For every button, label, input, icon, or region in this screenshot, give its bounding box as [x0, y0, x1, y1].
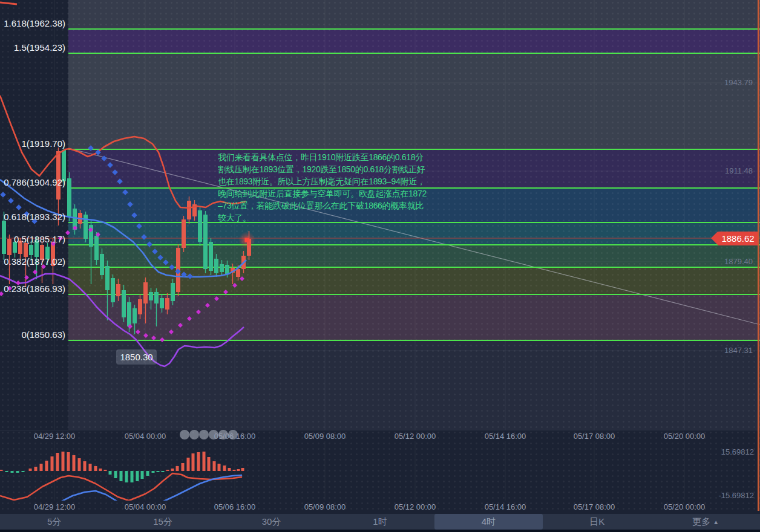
- price-label: 1879.40: [724, 257, 753, 266]
- macd-bar: [228, 468, 231, 471]
- candle: [56, 151, 61, 199]
- tab-timeframe-日K[interactable]: 日K: [543, 514, 651, 530]
- tab-timeframe-5分[interactable]: 5分: [0, 514, 108, 530]
- macd-bar: [213, 461, 216, 471]
- tab-timeframe-30分[interactable]: 30分: [217, 514, 326, 530]
- candle: [149, 292, 153, 300]
- macd-bar: [157, 471, 160, 472]
- macd-bar: [125, 471, 128, 482]
- macd-bar: [11, 471, 14, 473]
- tab-timeframe-15分[interactable]: 15分: [108, 514, 217, 530]
- sar-dot-blue: [107, 162, 113, 168]
- sar-dot-blue: [136, 223, 142, 229]
- macd-bar: [89, 464, 92, 471]
- macd-bar: [223, 465, 226, 471]
- time-label: 05/06 16:00: [214, 502, 256, 511]
- sar-dot-blue: [127, 201, 133, 207]
- candle: [29, 245, 33, 255]
- candle: [154, 292, 159, 303]
- candle: [171, 283, 175, 301]
- low-price-value: 1850.30: [120, 352, 152, 362]
- tab-label: 1时: [373, 516, 387, 528]
- fib-label: 0.382(1877.02): [0, 256, 65, 267]
- macd-bar: [114, 471, 117, 478]
- tab-timeframe-1时[interactable]: 1时: [326, 514, 434, 530]
- candle: [165, 298, 169, 310]
- candle: [198, 210, 202, 242]
- sar-dot-magenta: [65, 230, 70, 235]
- sar-dot-blue: [0, 192, 6, 198]
- candle: [111, 278, 115, 302]
- tab-timeframe-4时[interactable]: 4时: [434, 514, 543, 530]
- fib-label: 1(1919.70): [0, 138, 65, 149]
- candle: [143, 282, 148, 303]
- macd-bar: [237, 469, 240, 471]
- candle: [67, 178, 71, 216]
- candle: [84, 215, 88, 239]
- macd-bar: [152, 471, 155, 473]
- sar-dot-magenta: [187, 316, 192, 321]
- fib-label: 0.236(1866.93): [0, 284, 65, 294]
- time-label: 05/12 00:00: [395, 502, 436, 511]
- time-label: 05/20 00:00: [664, 432, 706, 441]
- macd-bar: [233, 470, 236, 471]
- sar-dot-magenta: [24, 275, 29, 280]
- annotation-line: 晚间给到此附近后直接参与空单即可。欧盘起涨点在1872: [218, 187, 427, 199]
- macd-panel[interactable]: [0, 441, 760, 501]
- time-label: 04/29 12:00: [34, 432, 76, 441]
- candle: [182, 219, 186, 248]
- macd-bar: [131, 471, 134, 482]
- tab-timeframe-更多[interactable]: 更多▲: [652, 514, 760, 530]
- sar-dot-magenta: [178, 323, 183, 328]
- time-axis-main: 04/29 12:0005/04 00:0005/06 16:0005/09 0…: [0, 430, 760, 442]
- candle: [138, 299, 142, 314]
- sar-dot-magenta: [143, 333, 148, 338]
- tab-label: 4时: [482, 516, 496, 528]
- macd-bar: [84, 461, 87, 471]
- tab-label: 5分: [47, 516, 61, 528]
- fib-label: 0.618(1893.32): [0, 212, 65, 222]
- macd-bar: [176, 466, 179, 471]
- annotation-line: 也在1893附近。所以上方压制毫无疑问在1893–94附近，: [218, 175, 427, 187]
- sar-dot-blue: [163, 259, 169, 265]
- sar-dot-blue: [157, 255, 163, 261]
- time-label: 05/20 00:00: [664, 502, 706, 511]
- macd-bar: [0, 470, 3, 471]
- analyst-annotation: 我们来看看具体点位，昨日1910附近跌至1866的0.618分割线压制在1893…: [218, 151, 427, 224]
- candle: [225, 265, 229, 274]
- candle: [220, 264, 224, 272]
- candle: [94, 236, 99, 260]
- tab-label: 30分: [262, 516, 281, 528]
- candle: [214, 259, 218, 273]
- time-label: 05/17 08:00: [574, 432, 615, 441]
- time-label: 05/12 00:00: [395, 432, 436, 441]
- macd-bar: [192, 453, 195, 471]
- time-label: 05/04 00:00: [125, 502, 166, 511]
- fib-label: 1.5(1954.23): [0, 42, 65, 53]
- macd-bar: [34, 467, 38, 471]
- sar-dot-blue: [16, 204, 22, 210]
- annotation-line: 割线压制在1893位置，1920跌至1850的0.618分割线正好: [218, 163, 427, 175]
- timeframe-tabbar: 5分15分30分1时4时日K更多▲: [0, 514, 760, 530]
- current-price-badge: 1886.62: [718, 232, 758, 245]
- time-axis-macd: 04/29 12:0005/04 00:0005/06 16:0005/09 0…: [0, 501, 760, 513]
- macd-bar: [241, 468, 244, 471]
- candle: [160, 298, 164, 308]
- macd-bar: [166, 470, 169, 471]
- price-glow-marker: [245, 238, 249, 242]
- time-label: 05/09 08:00: [304, 432, 346, 441]
- macd-bar: [56, 453, 59, 471]
- macd-bar: [5, 471, 8, 472]
- price-label: 1847.31: [724, 346, 753, 355]
- time-label: 05/04 00:00: [125, 432, 166, 441]
- candle: [203, 215, 208, 269]
- sar-dot-magenta: [136, 329, 140, 334]
- macd-bar: [45, 461, 48, 471]
- badge-arrow-left-icon: [711, 232, 718, 245]
- macd-bar: [171, 469, 174, 471]
- sar-dot-blue: [141, 234, 147, 240]
- macd-bar: [51, 456, 54, 471]
- tab-label: 15分: [153, 516, 172, 528]
- candle: [24, 243, 28, 257]
- price-label: 1911.48: [725, 166, 753, 175]
